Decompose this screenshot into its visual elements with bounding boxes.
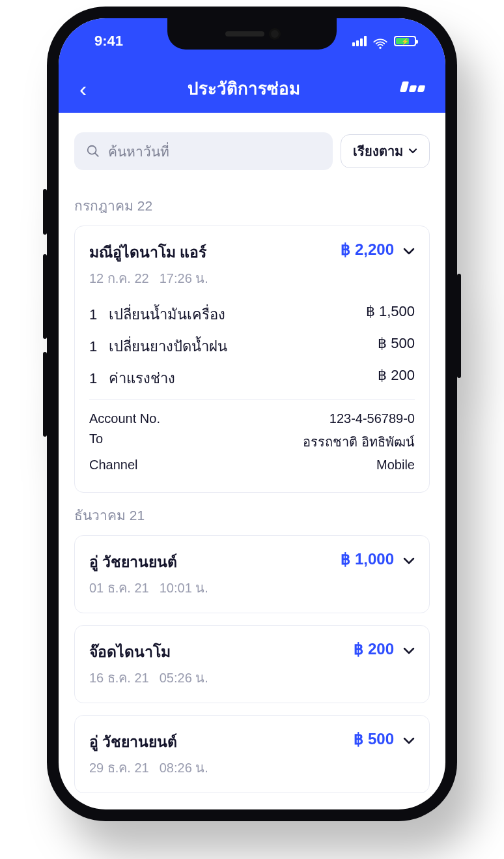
page-title: ประวัติการซ่อม [188, 75, 300, 102]
wifi-icon [373, 36, 387, 46]
back-button[interactable]: ‹ [79, 78, 87, 100]
meta-row: Toอรรถชาติ อิทธิพัฒน์ [89, 431, 415, 452]
total-amount: ฿ 500 [354, 730, 394, 748]
history-card[interactable]: มณีอู่ไดนาโม แอร์12 ก.ค. 2217:26 น.฿ 2,2… [74, 226, 430, 493]
line-item: 1 เปลี่ยนยางปัดน้ำฝน฿ 500 [89, 335, 415, 358]
history-card[interactable]: อู่ วัชยานยนต์01 ธ.ค. 2110:01 น.฿ 1,000 [74, 535, 430, 613]
history-card[interactable]: จ๊อดไดนาโม16 ธ.ค. 2105:26 น.฿ 200 [74, 625, 430, 703]
chevron-down-icon [403, 557, 415, 565]
month-header: เมษายน 21 [74, 805, 430, 809]
line-item-price: ฿ 1,500 [366, 303, 415, 326]
app-header: ‹ ประวัติการซ่อม [59, 64, 445, 113]
shop-timestamp: 01 ธ.ค. 2110:01 น. [89, 577, 341, 598]
search-icon [86, 144, 100, 158]
shop-name: อู่ วัชยานยนต์ [89, 730, 354, 753]
svg-point-0 [88, 146, 96, 154]
meta-value: 123-4-56789-0 [329, 411, 415, 426]
chevron-down-icon [408, 148, 417, 154]
month-header: กรกฎาคม 22 [74, 195, 430, 216]
shop-name: จ๊อดไดนาโม [89, 640, 354, 663]
chevron-down-icon [403, 737, 415, 745]
meta-key: Account No. [89, 411, 160, 426]
search-input[interactable]: ค้นหาวันที่ [74, 132, 333, 170]
meta-value: Mobile [376, 458, 415, 473]
total-amount: ฿ 1,000 [341, 550, 394, 568]
svg-line-1 [95, 153, 99, 157]
total-amount: ฿ 200 [354, 640, 394, 658]
phone-frame: 9:41 ⚡ ‹ ประวัติการซ่อม [47, 7, 457, 821]
battery-icon: ⚡ [394, 36, 416, 46]
line-item: 1 เปลี่ยนน้ำมันเครื่อง฿ 1,500 [89, 303, 415, 326]
chevron-down-icon [403, 647, 415, 655]
history-card[interactable]: อู่ วัชยานยนต์29 ธ.ค. 2108:26 น.฿ 500 [74, 715, 430, 793]
shop-name: อู่ วัชยานยนต์ [89, 550, 341, 574]
line-item-price: ฿ 200 [378, 367, 415, 390]
line-item-price: ฿ 500 [378, 335, 415, 358]
month-header: ธันวาคม 21 [74, 504, 430, 526]
screen: 9:41 ⚡ ‹ ประวัติการซ่อม [59, 18, 445, 809]
shop-name: มณีอู่ไดนาโม แอร์ [89, 240, 341, 264]
shop-timestamp: 12 ก.ค. 2217:26 น. [89, 268, 341, 289]
meta-key: Channel [89, 458, 138, 473]
sort-button[interactable]: เรียงตาม [341, 134, 430, 168]
shop-timestamp: 29 ธ.ค. 2108:26 น. [89, 757, 354, 778]
line-item: 1 ค่าแรงช่าง฿ 200 [89, 367, 415, 390]
app-logo-icon [401, 85, 425, 92]
signal-icon [352, 36, 367, 46]
chevron-down-icon [403, 248, 415, 255]
meta-row: Account No.123-4-56789-0 [89, 411, 415, 426]
status-time: 9:41 [94, 33, 123, 50]
line-items: 1 เปลี่ยนน้ำมันเครื่อง฿ 1,5001 เปลี่ยนยา… [89, 303, 415, 473]
divider [89, 399, 415, 400]
total-amount: ฿ 2,200 [341, 240, 394, 259]
meta-row: ChannelMobile [89, 458, 415, 473]
sort-label: เรียงตาม [353, 141, 403, 162]
shop-timestamp: 16 ธ.ค. 2105:26 น. [89, 667, 354, 688]
meta-value: อรรถชาติ อิทธิพัฒน์ [303, 431, 415, 452]
search-placeholder: ค้นหาวันที่ [108, 141, 169, 162]
meta-key: To [89, 431, 103, 452]
content-scroll[interactable]: ค้นหาวันที่ เรียงตาม กรกฎาคม 22มณีอู่ไดน… [59, 113, 445, 809]
notch [167, 18, 337, 50]
